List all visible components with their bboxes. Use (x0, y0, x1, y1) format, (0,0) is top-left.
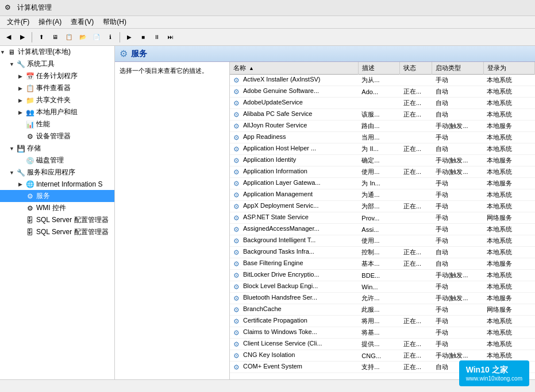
table-row[interactable]: ⚙AssignedAccessManager...Assi...手动本地系统 (230, 224, 535, 235)
tree-arrow-storage[interactable]: ▼ (9, 146, 15, 152)
watermark-line2: www.win10xitong.com (466, 375, 522, 382)
service-name-cell: ⚙Application Management (230, 189, 358, 201)
table-row[interactable]: ⚙CNG Key IsolationCNG...正在...手动(触发...本地系… (230, 350, 535, 362)
back-button[interactable]: ◀ (2, 31, 15, 44)
table-row[interactable]: ⚙Application Host Helper ...为 II...正在...… (230, 143, 535, 155)
service-login-cell: 网络服务 (483, 304, 534, 316)
table-row[interactable]: ⚙BitLocker Drive Encryptio...BDE...手动(触发… (230, 270, 535, 281)
col-header-starttype[interactable]: 启动类型 (432, 62, 483, 75)
table-row[interactable]: ⚙AdobeUpdateService正在...自动本地系统 (230, 98, 535, 109)
help-button[interactable]: ℹ (104, 31, 117, 44)
table-row[interactable]: ⚙Adobe Genuine Software...Ado...正在...自动本… (230, 86, 535, 98)
table-row[interactable]: ⚙App Readiness当用...手动本地系统 (230, 132, 535, 143)
menu-file[interactable]: 文件(F) (2, 16, 34, 28)
sidebar-item-sqlserver2[interactable]: 🗄SQL Server 配置管理器 (0, 226, 114, 238)
service-starttype-cell: 手动(触发... (432, 270, 483, 281)
service-name-text: Background Tasks Infra... (243, 248, 314, 255)
table-row[interactable]: ⚙Background Tasks Infra...控制...正在...自动本地… (230, 247, 535, 258)
service-icon: ⚙ (233, 168, 241, 176)
col-header-status[interactable]: 状态 (400, 62, 432, 75)
table-row[interactable]: ⚙AllJoyn Router Service路由...手动(触发...本地服务 (230, 121, 535, 132)
service-desc-cell: 为从... (358, 75, 400, 86)
restart-service-button[interactable]: ⏭ (164, 31, 177, 44)
table-row[interactable]: ⚙Alibaba PC Safe Service该服...正在...自动本地系统 (230, 109, 535, 121)
sidebar-item-iis[interactable]: ▶🌐Internet Information S (0, 178, 114, 190)
sidebar-item-services[interactable]: ⚙服务 (0, 190, 114, 202)
export-button[interactable]: 📋 (63, 31, 75, 44)
forward-button[interactable]: ▶ (16, 31, 29, 44)
sidebar-item-svcapp[interactable]: ▼🔧服务和应用程序 (0, 166, 114, 178)
menu-view[interactable]: 查看(V) (66, 16, 98, 28)
show-hide-button[interactable]: 🖥 (49, 31, 61, 44)
service-status-cell (400, 212, 432, 224)
table-row[interactable]: ⚙Application Identity确定...手动(触发...本地服务 (230, 155, 535, 166)
pause-service-button[interactable]: ⏸ (151, 31, 163, 44)
service-starttype-cell: 手动 (432, 75, 483, 86)
table-row[interactable]: ⚙Background Intelligent T...使用...手动本地系统 (230, 235, 535, 247)
tree-arrow-svcapp[interactable]: ▼ (9, 170, 15, 176)
sidebar-item-devmgr[interactable]: ⚙设备管理器 (0, 130, 114, 142)
table-row[interactable]: ⚙BranchCache此服...手动网络服务 (230, 304, 535, 316)
service-login-cell: 本地系统 (483, 98, 534, 109)
sidebar-item-sqlserver1[interactable]: 🗄SQL Server 配置管理器 (0, 214, 114, 226)
service-starttype-cell: 自动 (432, 143, 483, 155)
sidebar-item-taskscheduler[interactable]: ▶📅任务计划程序 (0, 70, 114, 82)
service-desc-cell: 该服... (358, 109, 400, 121)
tree-arrow-taskscheduler[interactable]: ▶ (18, 73, 24, 79)
service-login-cell: 本地服务 (483, 155, 534, 166)
table-row[interactable]: ⚙Client License Service (Cli...提供...正在..… (230, 339, 535, 350)
sidebar-label-taskscheduler: 任务计划程序 (36, 71, 78, 81)
service-name-text: Block Level Backup Engi... (243, 282, 318, 289)
tree-arrow-iis[interactable]: ▶ (18, 181, 24, 187)
import-button[interactable]: 📂 (76, 31, 89, 44)
service-name-cell: ⚙Background Intelligent T... (230, 235, 358, 247)
stop-service-button[interactable]: ■ (137, 31, 149, 44)
services-table[interactable]: 名称 ▲ 描述 状态 启动类型 登录为 ⚙ActiveX Installer (… (230, 62, 535, 379)
sidebar-item-wmi[interactable]: ⚙WMI 控件 (0, 202, 114, 214)
sidebar-item-eventviewer[interactable]: ▶📋事件查看器 (0, 82, 114, 94)
sidebar-item-localusers[interactable]: ▶👥本地用户和组 (0, 106, 114, 118)
table-row[interactable]: ⚙AppX Deployment Servic...为部...正在...手动本地… (230, 201, 535, 212)
sidebar-item-systemtools[interactable]: ▼🔧系统工具 (0, 58, 114, 70)
col-header-login[interactable]: 登录为 (483, 62, 534, 75)
table-row[interactable]: ⚙Bluetooth Handsfree Ser...允许...手动(触发...… (230, 293, 535, 304)
sidebar-item-performance[interactable]: 📊性能 (0, 118, 114, 130)
sidebar-label-sqlserver1: SQL Server 配置管理器 (36, 215, 109, 225)
table-row[interactable]: ⚙ActiveX Installer (AxInstSV)为从...手动本地系统 (230, 75, 535, 86)
table-row[interactable]: ⚙Application Management为通...手动本地系统 (230, 189, 535, 201)
tree-arrow-computer[interactable]: ▼ (0, 49, 6, 55)
start-service-button[interactable]: ▶ (123, 31, 136, 44)
table-row[interactable]: ⚙Application Information使用...正在...手动(触发.… (230, 166, 535, 178)
service-login-cell: 本地系统 (483, 327, 534, 339)
up-button[interactable]: ⬆ (35, 31, 48, 44)
col-header-desc[interactable]: 描述 (358, 62, 400, 75)
tree-arrow-localusers[interactable]: ▶ (18, 110, 24, 115)
watermark: Win10 之家 www.win10xitong.com (459, 360, 529, 386)
service-name-cell: ⚙ActiveX Installer (AxInstSV) (230, 75, 358, 86)
service-name-cell: ⚙BranchCache (230, 304, 358, 316)
service-starttype-cell: 手动 (432, 201, 483, 212)
col-header-name[interactable]: 名称 ▲ (230, 62, 358, 75)
service-login-cell: 本地服务 (483, 293, 534, 304)
sidebar-item-sharedfolders[interactable]: ▶📁共享文件夹 (0, 94, 114, 106)
tree-arrow-sharedfolders[interactable]: ▶ (18, 98, 24, 103)
sidebar-item-diskmgmt[interactable]: 💿磁盘管理 (0, 154, 114, 166)
menu-action[interactable]: 操作(A) (34, 16, 66, 28)
properties-button[interactable]: 📄 (90, 31, 103, 44)
tree-arrow-systemtools[interactable]: ▼ (9, 61, 15, 67)
title-bar: ⚙ 计算机管理 (0, 0, 535, 16)
left-description: 选择一个项目来查看它的描述。 (115, 62, 230, 379)
table-row[interactable]: ⚙Base Filtering Engine基本...正在...自动本地服务 (230, 258, 535, 270)
service-starttype-cell: 手动 (432, 339, 483, 350)
sidebar-icon-devmgr: ⚙ (25, 132, 34, 141)
tree-arrow-eventviewer[interactable]: ▶ (18, 86, 24, 91)
table-row[interactable]: ⚙Certificate Propagation将用...正在...手动本地系统 (230, 316, 535, 327)
table-row[interactable]: ⚙Block Level Backup Engi...Win...手动本地系统 (230, 281, 535, 293)
table-row[interactable]: ⚙Application Layer Gatewa...为 In...手动本地服… (230, 178, 535, 189)
sidebar-item-computer[interactable]: ▼🖥计算机管理(本地) (0, 46, 114, 58)
table-row[interactable]: ⚙Claims to Windows Toke...将基...手动本地系统 (230, 327, 535, 339)
service-name-text: Claims to Windows Toke... (243, 328, 317, 335)
menu-help[interactable]: 帮助(H) (98, 16, 131, 28)
table-row[interactable]: ⚙ASP.NET State ServiceProv...手动网络服务 (230, 212, 535, 224)
sidebar-item-storage[interactable]: ▼💾存储 (0, 142, 114, 154)
